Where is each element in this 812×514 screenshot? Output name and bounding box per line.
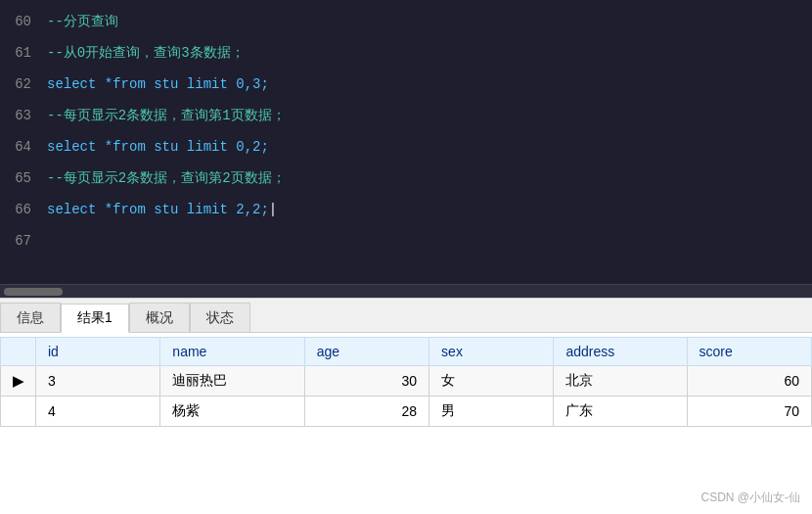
table-cell: 男 <box>429 397 554 427</box>
col-header-age: age <box>304 338 429 366</box>
table-cell: 4 <box>36 397 160 427</box>
code-line: 61--从0开始查询，查询3条数据； <box>0 37 812 69</box>
col-header-address: address <box>554 338 687 366</box>
col-header-sex: sex <box>429 338 554 366</box>
line-number: 62 <box>0 69 47 100</box>
app-container: 60--分页查询61--从0开始查询，查询3条数据；62select *from… <box>0 0 812 514</box>
code-line: 62select *from stu limit 0,3; <box>0 69 812 100</box>
table-cell: 迪丽热巴 <box>160 366 304 397</box>
table-wrapper: idnameagesexaddressscore▶3迪丽热巴30女北京604杨紫… <box>0 333 812 431</box>
line-number: 63 <box>0 100 47 131</box>
line-number: 60 <box>0 6 47 37</box>
code-line: 64select *from stu limit 0,2; <box>0 131 812 163</box>
col-header-id: id <box>36 338 160 366</box>
table-cell: 北京 <box>554 366 687 397</box>
line-content: select *from stu limit 2,2; <box>47 194 277 225</box>
table-cell: 广东 <box>554 397 687 427</box>
line-content: --每页显示2条数据，查询第1页数据； <box>47 100 286 131</box>
scrollbar-thumb[interactable] <box>4 288 63 296</box>
tab-状态[interactable]: 状态 <box>190 303 250 332</box>
code-line: 66select *from stu limit 2,2; <box>0 194 812 225</box>
table-cell: 杨紫 <box>160 397 304 427</box>
tab-概况[interactable]: 概况 <box>129 303 190 332</box>
code-line: 65--每页显示2条数据，查询第2页数据； <box>0 163 812 194</box>
table-cell: 60 <box>687 366 811 397</box>
line-number: 61 <box>0 37 47 69</box>
line-content: --分页查询 <box>47 6 118 37</box>
row-indicator: ▶ <box>1 366 36 397</box>
table-cell: 女 <box>429 366 554 397</box>
line-number: 65 <box>0 163 47 194</box>
line-content: --每页显示2条数据，查询第2页数据； <box>47 163 286 194</box>
horizontal-scrollbar[interactable] <box>0 284 812 298</box>
results-area: idnameagesexaddressscore▶3迪丽热巴30女北京604杨紫… <box>0 333 812 514</box>
row-indicator <box>1 397 36 427</box>
code-line: 63--每页显示2条数据，查询第1页数据； <box>0 100 812 131</box>
data-table: idnameagesexaddressscore▶3迪丽热巴30女北京604杨紫… <box>0 337 812 427</box>
code-editor: 60--分页查询61--从0开始查询，查询3条数据；62select *from… <box>0 0 812 284</box>
line-number: 64 <box>0 131 47 163</box>
line-content: select *from stu limit 0,3; <box>47 69 269 100</box>
table-row: ▶3迪丽热巴30女北京60 <box>1 366 812 397</box>
col-header-name: name <box>160 338 304 366</box>
table-row: 4杨紫28男广东70 <box>1 397 812 427</box>
table-cell: 70 <box>687 397 811 427</box>
tab-信息[interactable]: 信息 <box>0 303 61 332</box>
table-cell: 30 <box>304 366 429 397</box>
code-line: 60--分页查询 <box>0 6 812 37</box>
tab-bar: 信息结果1概况状态 <box>0 298 812 333</box>
line-number: 66 <box>0 194 47 225</box>
table-cell: 3 <box>36 366 160 397</box>
table-cell: 28 <box>304 397 429 427</box>
line-content: --从0开始查询，查询3条数据； <box>47 37 245 69</box>
code-lines: 60--分页查询61--从0开始查询，查询3条数据；62select *from… <box>0 0 812 262</box>
watermark: CSDN @小仙女-仙 <box>700 490 800 506</box>
line-content: select *from stu limit 0,2; <box>47 131 269 163</box>
line-number: 67 <box>0 225 47 257</box>
code-line: 67 <box>0 225 812 257</box>
col-header-score: score <box>687 338 811 366</box>
tab-结果1[interactable]: 结果1 <box>61 304 129 333</box>
